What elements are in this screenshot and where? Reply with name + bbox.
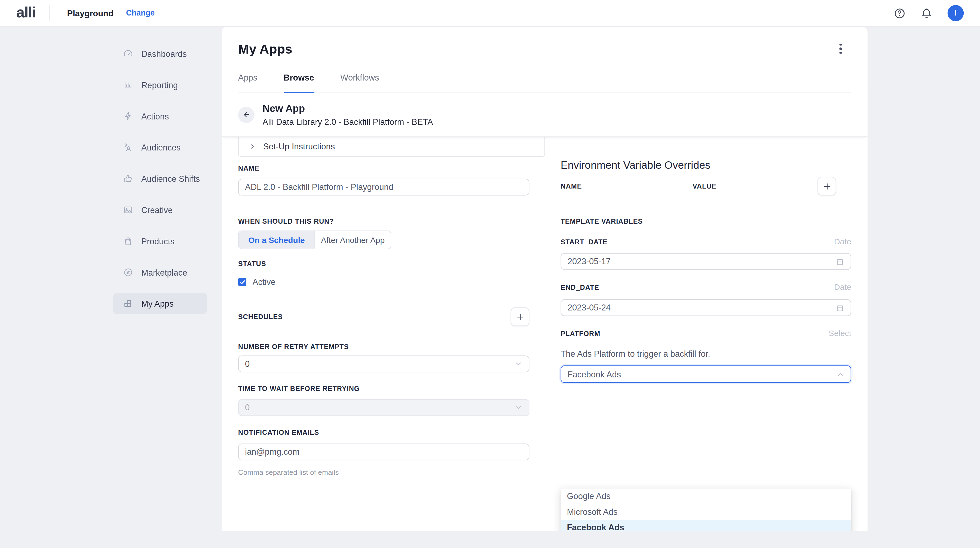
alli-logo[interactable]: alli [16,5,36,20]
end-date-field [560,299,851,316]
topbar-divider [49,5,50,21]
active-checkbox[interactable] [238,278,247,286]
tab-browse[interactable]: Browse [284,73,314,92]
notifications-bell-icon[interactable] [921,7,932,19]
workspace-name: Playground [67,8,113,18]
run-mode-segmented-control: On a Schedule After Another App [238,230,391,249]
card-head: My Apps Apps Browse Workflows [222,27,867,93]
sidebar-item-actions[interactable]: Actions [113,106,207,127]
page-body: Dashboards Reporting Actions Audiences A… [0,27,980,548]
platform-type-hint: Select [829,329,851,338]
notification-emails-input[interactable] [238,443,530,461]
right-column: Environment Variable Overrides NAME VALU… [560,137,851,476]
platform-description: The Ads Platform to trigger a backfill f… [560,349,851,358]
change-workspace-link[interactable]: Change [126,9,154,17]
sidebar-item-label: Dashboards [141,49,187,58]
retry-attempts-value: 0 [245,359,250,369]
retry-wait-value: 0 [245,403,250,412]
calendar-icon[interactable] [836,303,845,312]
tab-apps[interactable]: Apps [238,73,258,92]
form-content: Set-Up Instructions NAME WHEN SHOULD THI… [222,137,867,476]
retry-attempts-label: NUMBER OF RETRY ATTEMPTS [238,343,545,351]
new-app-subtitle: Alli Data Library 2.0 - Backfill Platfor… [262,118,433,127]
page-title: My Apps [238,42,293,57]
platform-option-facebook-ads[interactable]: Facebook Ads [560,520,851,531]
schedules-label: SCHEDULES [238,313,283,321]
start-date-input[interactable] [568,257,836,266]
sidebar-item-label: Actions [141,111,169,121]
chevron-right-icon [249,143,256,150]
end-date-row: END_DATE Date [560,283,851,292]
platform-label: PLATFORM [560,329,600,337]
user-avatar[interactable]: I [948,5,964,21]
end-date-type-hint: Date [834,283,851,292]
calendar-icon[interactable] [836,257,845,266]
end-date-label: END_DATE [560,283,599,291]
template-variables-label: TEMPLATE VARIABLES [560,218,851,225]
sidebar-item-dashboards[interactable]: Dashboards [113,43,207,64]
platform-select[interactable]: Facebook Ads [560,365,851,383]
plus-icon [822,181,831,191]
platform-option-microsoft-ads[interactable]: Microsoft Ads [560,504,851,520]
chevron-down-icon [514,403,523,412]
platform-select-value: Facebook Ads [568,370,621,379]
sidebar-item-label: Audiences [141,143,181,152]
schedules-row: SCHEDULES [238,308,530,326]
add-env-variable-button[interactable] [818,177,836,195]
app-root: alli Playground Change I Dashboards Repo… [0,0,980,548]
tab-workflows[interactable]: Workflows [340,73,379,92]
left-column: Set-Up Instructions NAME WHEN SHOULD THI… [238,137,545,476]
env-value-column-label: VALUE [692,182,716,190]
back-button[interactable] [238,106,255,123]
setup-instructions-toggle[interactable]: Set-Up Instructions [238,137,545,157]
start-date-row: START_DATE Date [560,237,851,246]
plus-icon [515,312,525,321]
users-icon [123,142,133,152]
compass-icon [123,267,133,278]
retry-wait-label: TIME TO WAIT BEFORE RETRYING [238,385,545,392]
sidebar-item-label: Audience Shifts [141,174,200,183]
sidebar-item-label: Marketplace [141,268,187,277]
retry-attempts-select[interactable]: 0 [238,355,530,372]
run-mode-after-another-app[interactable]: After Another App [314,231,391,248]
status-label: STATUS [238,260,545,267]
sidebar-item-marketplace[interactable]: Marketplace [113,262,207,283]
setup-instructions-label: Set-Up Instructions [263,142,335,151]
sidebar-item-label: Reporting [141,80,178,89]
chevron-up-icon [836,370,845,378]
kebab-menu-icon[interactable] [834,42,848,56]
start-date-field [560,253,851,270]
env-name-column-label: NAME [560,182,692,190]
bar-chart-icon [123,80,133,90]
run-mode-on-a-schedule[interactable]: On a Schedule [239,231,314,248]
blocks-icon [123,299,133,308]
sidebar-item-label: Creative [141,205,173,214]
shopping-bag-icon [123,236,133,246]
lightning-icon [123,111,133,121]
env-overrides-title: Environment Variable Overrides [560,159,851,172]
start-date-type-hint: Date [834,237,851,246]
notification-emails-helper: Comma separated list of emails [238,469,545,476]
when-to-run-label: WHEN SHOULD THIS RUN? [238,218,545,225]
help-icon[interactable] [894,7,906,19]
end-date-input[interactable] [568,303,836,312]
arrow-left-icon [242,110,250,119]
platform-option-google-ads[interactable]: Google Ads [560,488,851,504]
sidebar-item-label: Products [141,237,175,246]
platform-row: PLATFORM Select [560,329,851,338]
gauge-icon [123,49,133,59]
sidebar-item-audiences[interactable]: Audiences [113,137,207,158]
notification-emails-label: NOTIFICATION EMAILS [238,429,545,436]
sidebar-item-creative[interactable]: Creative [113,199,207,221]
sidebar: Dashboards Reporting Actions Audiences A… [0,27,222,548]
name-label: NAME [238,164,545,172]
sidebar-item-reporting[interactable]: Reporting [113,74,207,95]
sidebar-item-label: My Apps [141,299,174,308]
sidebar-item-my-apps[interactable]: My Apps [113,293,207,314]
add-schedule-button[interactable] [511,308,530,326]
sidebar-item-audience-shifts[interactable]: Audience Shifts [113,168,207,189]
retry-wait-select[interactable]: 0 [238,399,530,416]
app-name-input[interactable] [238,179,530,195]
topbar: alli Playground Change I [0,0,980,27]
sidebar-item-products[interactable]: Products [113,230,207,252]
